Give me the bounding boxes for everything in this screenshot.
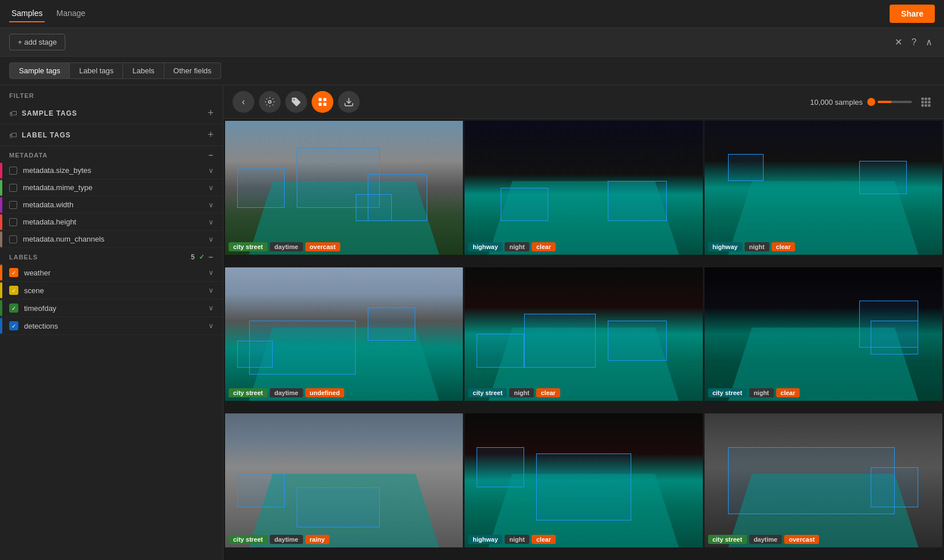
grid-item[interactable]: highwaynightclear [465, 413, 702, 547]
image-tags: city streetdaytimeovercast [708, 535, 820, 544]
bounding-box [237, 168, 285, 208]
height-checkbox[interactable] [9, 218, 17, 226]
metadata-num-channels[interactable]: metadata.num_channels ∨ [0, 231, 223, 248]
svg-rect-7 [922, 98, 924, 100]
num-channels-chevron[interactable]: ∨ [209, 235, 214, 243]
detections-chevron[interactable]: ∨ [209, 322, 214, 330]
nav-tab-manage[interactable]: Manage [54, 5, 88, 22]
label-scene[interactable]: ✓ scene ∨ [0, 282, 223, 299]
download-button[interactable] [338, 91, 360, 113]
bounding-box [477, 447, 524, 487]
zoom-control[interactable] [867, 98, 912, 106]
labels-collapse-icon[interactable]: − [209, 253, 214, 262]
grid-item[interactable]: highwaynightclear [705, 121, 942, 255]
svg-rect-4 [318, 103, 321, 106]
settings-button[interactable] [259, 91, 281, 113]
grid-item[interactable]: city streetdaytimeundefined [225, 267, 463, 401]
svg-rect-12 [928, 101, 930, 103]
help-button[interactable]: ? [909, 35, 919, 50]
metadata-size-bytes[interactable]: metadata.size_bytes ∨ [0, 162, 223, 179]
tag-tabs: Sample tags Label tags Labels Other fiel… [0, 57, 944, 85]
grid-item[interactable]: city streetdaytimerainy [225, 413, 463, 547]
tab-other-fields[interactable]: Other fields [164, 62, 221, 79]
image-tag: night [505, 535, 529, 544]
weather-label: weather [24, 269, 209, 277]
grid-item[interactable]: highwaynightclear [465, 121, 702, 255]
collapse-button[interactable]: ∧ [923, 34, 935, 50]
image-tag: night [509, 388, 534, 397]
bounding-box [501, 188, 548, 221]
prev-button[interactable]: ‹ [233, 91, 254, 113]
label-timeofday[interactable]: ✓ timeofday ∨ [0, 299, 223, 317]
weather-checkbox[interactable]: ✓ [9, 268, 18, 277]
label-tags-add[interactable]: + [207, 129, 214, 141]
nav-tabs: Samples Manage [9, 5, 88, 22]
scene-check-icon: ✓ [11, 287, 16, 294]
bbox-overlay [705, 413, 942, 547]
svg-rect-5 [324, 103, 327, 106]
zoom-track[interactable] [878, 101, 912, 103]
image-tag: highway [468, 535, 502, 544]
label-tags-title: LABEL TAGS [22, 131, 207, 139]
color-bar-mime [0, 180, 2, 196]
color-bar-size [0, 163, 2, 179]
mime-type-checkbox[interactable] [9, 184, 17, 192]
image-tag: night [505, 242, 529, 251]
mime-type-chevron[interactable]: ∨ [209, 184, 214, 192]
sample-tags-section[interactable]: 🏷 SAMPLE TAGS + [0, 102, 223, 124]
bounding-box [368, 174, 427, 221]
height-chevron[interactable]: ∨ [209, 218, 214, 226]
label-weather[interactable]: ✓ weather ∨ [0, 264, 223, 282]
image-tag: clear [772, 242, 796, 251]
metadata-mime-type[interactable]: metadata.mime_type ∨ [0, 179, 223, 196]
grid-select-button[interactable] [312, 91, 333, 113]
image-tag: daytime [270, 388, 303, 397]
label-tag-icon: 🏷 [9, 131, 17, 140]
label-detections[interactable]: ✓ detections ∨ [0, 317, 223, 335]
metadata-collapse-icon[interactable]: − [209, 151, 214, 160]
labels-count: 5 ✓ − [191, 253, 214, 262]
image-tags: highwaynightclear [468, 535, 556, 544]
view-mode-button[interactable] [917, 93, 935, 111]
label-tags-section[interactable]: 🏷 LABEL TAGS + [0, 124, 223, 146]
metadata-height[interactable]: metadata.height ∨ [0, 214, 223, 231]
image-tag: city street [708, 535, 747, 544]
timeofday-checkbox[interactable]: ✓ [9, 303, 18, 313]
tab-label-tags[interactable]: Label tags [70, 62, 123, 79]
scene-checkbox[interactable]: ✓ [9, 286, 18, 295]
share-button[interactable]: Share [890, 5, 935, 23]
width-checkbox[interactable] [9, 201, 17, 209]
timeofday-label: timeofday [24, 304, 209, 313]
close-filter-button[interactable]: ✕ [892, 34, 904, 50]
grid-item[interactable]: city streetdaytimeovercast [705, 413, 942, 547]
grid-item[interactable]: city streetnightclear [465, 267, 702, 401]
image-tags: city streetdaytimeundefined [229, 388, 344, 397]
svg-rect-3 [324, 98, 327, 101]
bounding-box [728, 447, 895, 514]
tab-sample-tags[interactable]: Sample tags [9, 62, 70, 79]
bbox-overlay [465, 121, 702, 255]
size-bytes-checkbox[interactable] [9, 167, 17, 175]
width-chevron[interactable]: ∨ [209, 201, 214, 209]
size-bytes-chevron[interactable]: ∨ [209, 167, 214, 175]
bounding-box [871, 467, 918, 507]
sample-tags-add[interactable]: + [207, 107, 214, 119]
bounding-box [871, 321, 918, 354]
bbox-overlay [225, 413, 463, 547]
svg-point-1 [293, 99, 294, 100]
grid-item[interactable]: city streetdaytimeovercast [225, 121, 463, 255]
grid-item[interactable]: city streetnightclear [705, 267, 942, 401]
height-label: metadata.height [23, 218, 209, 226]
num-channels-checkbox[interactable] [9, 235, 17, 243]
timeofday-chevron[interactable]: ∨ [209, 304, 214, 312]
tag-button[interactable] [285, 91, 307, 113]
nav-tab-samples[interactable]: Samples [9, 5, 45, 22]
scene-chevron[interactable]: ∨ [209, 286, 214, 294]
metadata-width[interactable]: metadata.width ∨ [0, 196, 223, 214]
detections-checkbox[interactable]: ✓ [9, 321, 18, 330]
tab-labels[interactable]: Labels [123, 62, 164, 79]
image-tag: daytime [270, 242, 303, 251]
add-stage-button[interactable]: + add stage [9, 34, 65, 50]
image-tag: highway [708, 242, 742, 251]
weather-chevron[interactable]: ∨ [209, 269, 214, 277]
